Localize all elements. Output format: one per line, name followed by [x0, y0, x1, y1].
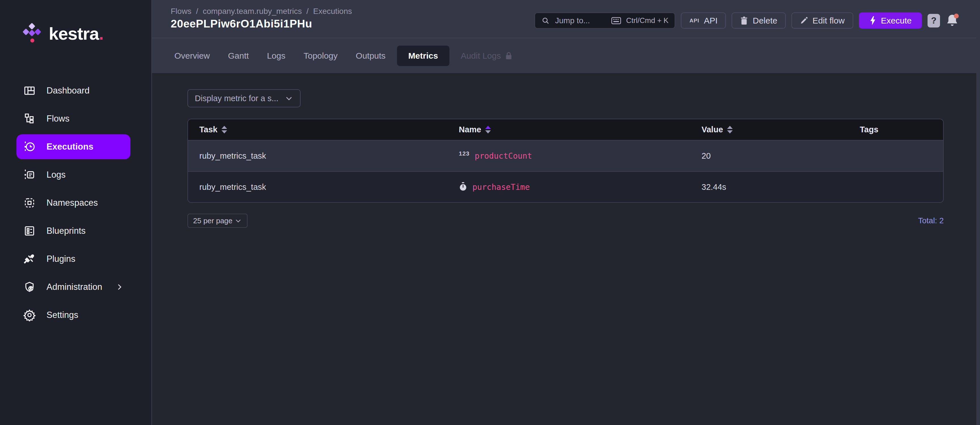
jump-to-search[interactable]: Jump to... Ctrl/Cmd + K	[535, 13, 675, 29]
sidebar-item-label: Blueprints	[46, 226, 86, 236]
keyboard-icon	[611, 17, 621, 24]
tab-outputs[interactable]: Outputs	[347, 46, 395, 66]
sidebar-nav: Dashboard Flows Executions Logs Namespac…	[0, 78, 151, 331]
search-icon	[541, 16, 550, 25]
metrics-panel: Display metric for a s... Task Name Valu…	[152, 73, 980, 425]
sidebar-item-settings[interactable]: Settings	[16, 303, 130, 328]
sidebar-item-logs[interactable]: Logs	[16, 162, 130, 187]
task-cell: ruby_metrics_task	[199, 182, 459, 192]
sidebar-item-label: Settings	[46, 310, 78, 320]
column-header-value[interactable]: Value	[702, 125, 860, 134]
tab-topology[interactable]: Topology	[294, 46, 347, 66]
task-cell: ruby_metrics_task	[199, 151, 459, 161]
breadcrumb-separator: /	[307, 7, 309, 16]
execute-button[interactable]: Execute	[859, 13, 922, 29]
sidebar-item-namespaces[interactable]: Namespaces	[16, 190, 130, 215]
logs-icon	[23, 168, 36, 181]
total-count: Total: 2	[918, 216, 944, 225]
value-cell: 20	[702, 151, 860, 161]
tab-gantt[interactable]: Gantt	[219, 46, 258, 66]
notification-dot	[954, 14, 959, 18]
chevron-down-icon	[234, 217, 242, 224]
plugins-icon	[23, 253, 36, 265]
sidebar-item-label: Dashboard	[46, 86, 90, 96]
metric-name: purchaseTime	[473, 182, 530, 192]
breadcrumb-item-flows[interactable]: Flows	[171, 7, 191, 16]
namespaces-icon	[23, 197, 36, 209]
column-header-name[interactable]: Name	[459, 125, 702, 134]
sort-icon-asc	[485, 126, 491, 133]
column-header-task[interactable]: Task	[199, 125, 459, 134]
name-cell: purchaseTime	[459, 182, 702, 192]
api-button[interactable]: API API	[681, 13, 726, 29]
notifications-button[interactable]	[946, 14, 959, 28]
metric-select[interactable]: Display metric for a s...	[188, 89, 301, 107]
tab-metrics[interactable]: Metrics	[397, 46, 449, 66]
table-row[interactable]: ruby_metrics_task purchaseTime 32.44s	[188, 171, 943, 202]
sort-icon	[727, 126, 733, 133]
sidebar-item-label: Namespaces	[46, 198, 98, 208]
trash-icon	[740, 16, 748, 25]
sidebar-item-label: Flows	[46, 114, 70, 124]
sidebar-item-label: Executions	[46, 142, 93, 152]
kestra-logo-icon	[23, 23, 41, 44]
flows-icon	[23, 113, 36, 125]
blueprints-icon	[23, 225, 36, 237]
sidebar-item-blueprints[interactable]: Blueprints	[16, 219, 130, 243]
question-mark-icon: ?	[931, 16, 937, 26]
scrollbar-track[interactable]	[976, 0, 980, 425]
column-header-tags: Tags	[860, 125, 943, 134]
sort-icon	[221, 126, 227, 133]
sidebar-item-executions[interactable]: Executions	[16, 134, 130, 159]
pencil-icon	[800, 17, 808, 25]
administration-icon	[23, 281, 36, 293]
sidebar-item-plugins[interactable]: Plugins	[16, 246, 130, 271]
tab-logs[interactable]: Logs	[258, 46, 294, 66]
breadcrumb: Flows / company.team.ruby_metrics / Exec…	[171, 7, 352, 16]
sidebar-item-administration[interactable]: Administration	[16, 274, 130, 300]
sidebar-item-label: Logs	[46, 170, 65, 180]
lock-icon	[505, 52, 513, 60]
breadcrumb-item-namespace[interactable]: company.team.ruby_metrics	[203, 7, 302, 16]
lightning-icon	[869, 16, 877, 25]
table-header-row: Task Name Value Tags	[188, 119, 943, 140]
tab-audit-logs[interactable]: Audit Logs	[452, 46, 522, 66]
breadcrumb-item-executions[interactable]: Executions	[313, 7, 352, 16]
jump-to-shortcut: Ctrl/Cmd + K	[626, 16, 669, 25]
api-icon: API	[689, 17, 699, 24]
numeric-metric-icon: 123	[459, 150, 469, 157]
per-page-select[interactable]: 25 per page	[188, 214, 248, 228]
kestra-logo-text: kestra.	[49, 24, 103, 44]
value-cell: 32.44s	[702, 182, 860, 192]
edit-flow-button[interactable]: Edit flow	[791, 13, 853, 29]
executions-icon	[23, 141, 36, 153]
timer-metric-icon	[459, 182, 467, 192]
sidebar: kestra. Dashboard Flows Executions Logs …	[0, 0, 152, 425]
settings-icon	[23, 309, 36, 321]
dashboard-icon	[23, 84, 36, 97]
delete-button[interactable]: Delete	[732, 13, 786, 29]
header-actions: Jump to... Ctrl/Cmd + K API API Delete E…	[535, 13, 959, 29]
help-button[interactable]: ?	[928, 14, 940, 27]
jump-to-placeholder: Jump to...	[555, 16, 606, 25]
name-cell: 123 productCount	[459, 151, 702, 161]
breadcrumb-separator: /	[196, 7, 198, 16]
sidebar-item-flows[interactable]: Flows	[16, 106, 130, 131]
table-footer: 25 per page Total: 2	[188, 214, 944, 228]
sidebar-item-label: Administration	[46, 282, 102, 292]
table-row[interactable]: ruby_metrics_task 123 productCount 20	[188, 140, 943, 171]
metric-name: productCount	[475, 151, 532, 161]
sidebar-item-label: Plugins	[46, 254, 75, 264]
header: Flows / company.team.ruby_metrics / Exec…	[152, 0, 980, 38]
metric-select-placeholder: Display metric for a s...	[195, 94, 278, 103]
tab-bar: Overview Gantt Logs Topology Outputs Met…	[152, 38, 980, 73]
metrics-table: Task Name Value Tags	[188, 119, 944, 203]
sidebar-item-dashboard[interactable]: Dashboard	[16, 78, 130, 103]
kestra-logo[interactable]: kestra.	[0, 0, 151, 44]
app-root: kestra. Dashboard Flows Executions Logs …	[0, 0, 980, 425]
tab-overview[interactable]: Overview	[165, 46, 219, 66]
chevron-down-icon	[285, 94, 293, 103]
chevron-right-icon	[115, 283, 124, 291]
page-title: 20eePLPiw6rO1Abi5i1PHu	[171, 17, 352, 30]
